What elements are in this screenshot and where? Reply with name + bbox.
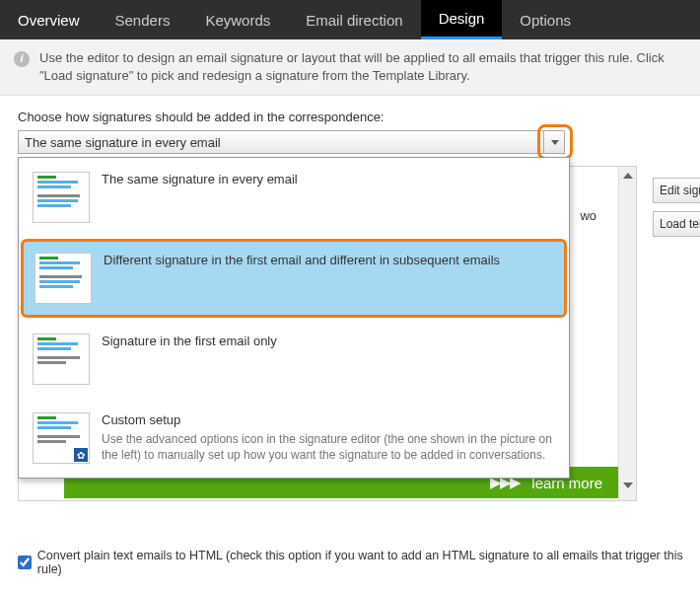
design-content: Choose how signatures should be added in… (0, 96, 700, 509)
tab-options[interactable]: Options (502, 0, 589, 39)
scroll-down-icon (623, 483, 633, 488)
option-thumb-icon: ✿ (33, 412, 90, 464)
option-thumb-icon (33, 172, 90, 223)
info-icon: i (14, 51, 30, 67)
option-thumb-icon (33, 334, 90, 385)
tab-email-direction[interactable]: Email direction (288, 0, 420, 39)
select-value: The same signature in every email (25, 135, 221, 150)
load-template-button[interactable]: Load template (653, 211, 700, 237)
edit-signature-button[interactable]: Edit signature (653, 178, 700, 203)
option-custom-setup[interactable]: ✿ Custom setup Use the advanced options … (19, 399, 569, 478)
right-button-column: Edit signature Load template (653, 178, 700, 237)
option-thumb-icon (35, 253, 92, 304)
signature-mode-select-wrap: The same signature in every email (18, 130, 565, 154)
option-title: Custom setup (102, 412, 555, 429)
option-title: The same signature in every email (102, 172, 555, 188)
tab-keywords[interactable]: Keywords (187, 0, 288, 39)
dropdown-arrow-button[interactable] (543, 130, 565, 154)
gear-icon: ✿ (74, 448, 88, 462)
choose-label: Choose how signatures should be added in… (18, 110, 682, 124)
scrollbar[interactable] (618, 167, 636, 500)
scroll-up-icon (623, 173, 633, 179)
option-title: Different signature in the first email a… (104, 253, 553, 269)
signature-mode-dropdown: The same signature in every email Differ… (18, 157, 570, 479)
option-description: Use the advanced options icon in the sig… (102, 431, 555, 463)
tab-overview[interactable]: Overview (0, 0, 98, 39)
tab-bar: Overview Senders Keywords Email directio… (0, 0, 700, 39)
option-title: Signature in the first email only (102, 334, 555, 350)
option-same-signature[interactable]: The same signature in every email (19, 158, 569, 237)
signature-mode-select[interactable]: The same signature in every email (18, 130, 565, 154)
convert-html-checkbox-row[interactable]: Convert plain text emails to HTML (check… (18, 549, 700, 576)
tab-senders[interactable]: Senders (98, 0, 188, 39)
convert-html-label: Convert plain text emails to HTML (check… (37, 549, 700, 576)
chevron-down-icon (551, 140, 559, 145)
option-different-signature[interactable]: Different signature in the first email a… (21, 239, 567, 318)
tab-design[interactable]: Design (421, 0, 503, 39)
info-bar: i Use the editor to design an email sign… (0, 39, 700, 96)
info-text: Use the editor to design an email signat… (39, 50, 665, 83)
convert-html-checkbox[interactable] (18, 556, 32, 569)
preview-text-fragment: wo (580, 208, 596, 223)
option-first-email-only[interactable]: Signature in the first email only (19, 320, 569, 399)
